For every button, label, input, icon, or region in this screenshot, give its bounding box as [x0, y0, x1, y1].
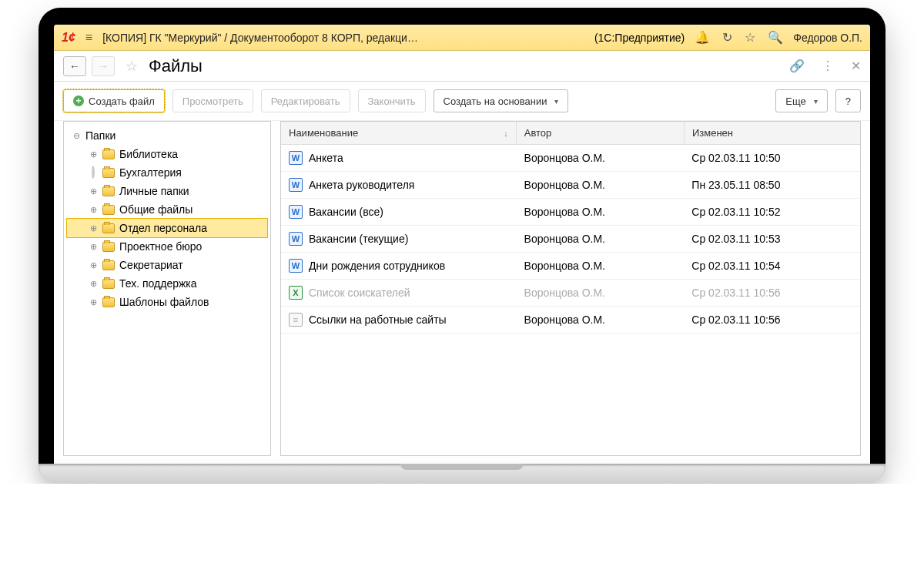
word-file-icon: W — [289, 151, 303, 165]
file-name: Вакансии (все) — [309, 206, 383, 218]
file-modified: Ср 02.03.11 10:52 — [684, 202, 860, 222]
expand-icon[interactable]: ⊕ — [89, 297, 98, 307]
search-icon[interactable]: 🔍 — [765, 28, 785, 47]
file-modified: Ср 02.03.11 10:53 — [684, 229, 860, 249]
word-file-icon: W — [289, 259, 303, 273]
expand-icon[interactable]: ⊕ — [89, 223, 98, 233]
sort-asc-icon: ↓ — [504, 129, 508, 138]
titlebar: 1¢ ≡ [КОПИЯ] ГК "Меркурий" / Документооб… — [54, 25, 870, 51]
file-modified: Пн 23.05.11 08:50 — [684, 175, 860, 195]
tree-item-label: Библиотека — [119, 148, 178, 160]
history-icon[interactable]: ↻ — [720, 28, 735, 47]
plus-icon: + — [73, 96, 84, 106]
expand-icon[interactable]: ⊕ — [89, 242, 98, 252]
logo-1c-icon: 1¢ — [62, 31, 75, 45]
file-modified: Ср 02.03.11 10:54 — [684, 256, 860, 276]
collapse-icon[interactable]: ⊖ — [72, 131, 81, 141]
file-author: Воронцова О.М. — [517, 202, 685, 222]
tree-item[interactable]: ⊕Проектное бюро — [67, 237, 267, 256]
tree-item-label: Проектное бюро — [119, 240, 202, 253]
product-name: (1С:Предприятие) — [594, 32, 685, 44]
table-row[interactable]: WВакансии (текущие)Воронцова О.М.Ср 02.0… — [281, 226, 860, 253]
word-file-icon: W — [289, 205, 303, 219]
toolbar: + Создать файл Просмотреть Редактировать… — [54, 82, 870, 121]
tree-item-label: Общие файлы — [119, 203, 192, 216]
user-label[interactable]: Федоров О.П. — [793, 32, 862, 44]
file-name: Ссылки на работные сайты — [309, 314, 447, 326]
file-name: Вакансии (текущие) — [309, 233, 408, 245]
tree-item[interactable]: Бухгалтерия — [67, 163, 267, 182]
file-name: Список соискателей — [309, 287, 410, 299]
table-row[interactable]: WАнкетаВоронцова О.М.Ср 02.03.11 10:50 — [281, 145, 860, 172]
file-modified: Ср 02.03.11 10:56 — [684, 310, 860, 330]
tree-item-label: Личные папки — [119, 185, 189, 197]
table-row[interactable]: ≡Ссылки на работные сайтыВоронцова О.М.С… — [281, 307, 860, 334]
star-icon[interactable]: ☆ — [742, 28, 758, 47]
tree-item[interactable]: ⊕Библиотека — [67, 145, 267, 163]
table-row[interactable]: WВакансии (все)Воронцова О.М.Ср 02.03.11… — [281, 199, 860, 226]
nav-forward-button: → — [92, 56, 115, 76]
expand-icon[interactable]: ⊕ — [89, 279, 98, 289]
create-file-button[interactable]: + Создать файл — [63, 89, 165, 112]
tree-item[interactable]: ⊕Общие файлы — [67, 200, 267, 219]
nav-back-button[interactable]: ← — [63, 56, 86, 76]
link-icon[interactable]: 🔗 — [789, 59, 805, 73]
more-button[interactable]: Еще ▾ — [775, 89, 827, 112]
create-file-label: Создать файл — [89, 96, 155, 107]
help-button[interactable]: ? — [835, 89, 861, 112]
expand-icon[interactable]: ⊕ — [89, 149, 98, 159]
expand-icon[interactable]: ⊕ — [89, 260, 98, 270]
subheader: ← → ☆ Файлы 🔗 ⋮ ✕ — [54, 51, 870, 82]
folder-icon — [102, 260, 115, 270]
folder-icon — [102, 186, 115, 196]
edit-button[interactable]: Редактировать — [261, 89, 350, 112]
tree-item[interactable]: ⊕Секретариат — [67, 256, 267, 274]
txt-file-icon: ≡ — [289, 313, 303, 327]
folder-icon — [102, 279, 115, 289]
expand-icon[interactable]: ⊕ — [89, 205, 98, 215]
file-modified: Ср 02.03.11 10:56 — [684, 283, 860, 303]
tree-item[interactable]: ⊕Отдел персонала — [67, 219, 267, 237]
view-button[interactable]: Просмотреть — [172, 89, 253, 112]
folder-icon — [102, 223, 115, 233]
file-author: Воронцова О.М. — [517, 175, 685, 195]
create-based-on-button[interactable]: Создать на основании ▾ — [434, 89, 569, 112]
favorite-star-icon[interactable]: ☆ — [126, 58, 138, 75]
kebab-icon[interactable]: ⋮ — [822, 59, 834, 73]
table-header: Наименование ↓ Автор Изменен — [281, 122, 860, 145]
table-row[interactable]: XСписок соискателейВоронцова О.М.Ср 02.0… — [281, 280, 860, 307]
word-file-icon: W — [289, 178, 303, 192]
tree-root-label: Папки — [85, 129, 116, 142]
bell-icon[interactable]: 🔔 — [692, 28, 712, 47]
file-name: Анкета — [309, 152, 343, 164]
file-author: Воронцова О.М. — [517, 229, 685, 249]
table-row[interactable]: WДни рождения сотрудниковВоронцова О.М.С… — [281, 253, 860, 280]
col-modified[interactable]: Изменен — [685, 122, 860, 144]
folder-icon — [102, 168, 115, 178]
file-name: Анкета руководителя — [309, 179, 414, 191]
app-title: [КОПИЯ] ГК "Меркурий" / Документооборот … — [102, 32, 587, 44]
table-row[interactable]: WАнкета руководителяВоронцова О.М.Пн 23.… — [281, 172, 860, 199]
tree-item[interactable]: ⊕Личные папки — [67, 182, 267, 200]
chevron-down-icon: ▾ — [554, 97, 558, 106]
file-name: Дни рождения сотрудников — [309, 260, 445, 272]
expand-icon[interactable]: ⊕ — [89, 186, 98, 196]
file-author: Воронцова О.М. — [517, 283, 685, 303]
expand-icon[interactable] — [89, 168, 98, 177]
tree-root[interactable]: ⊖ Папки — [67, 126, 267, 145]
col-name[interactable]: Наименование ↓ — [281, 122, 517, 144]
tree-item[interactable]: ⊕Тех. поддержка — [67, 274, 267, 293]
finish-button[interactable]: Закончить — [358, 89, 426, 112]
tree-item-label: Тех. поддержка — [119, 277, 197, 290]
tree-item-label: Отдел персонала — [119, 222, 207, 234]
tree-item[interactable]: ⊕Шаблоны файлов — [67, 293, 267, 311]
page-title: Файлы — [149, 56, 203, 76]
col-author[interactable]: Автор — [517, 122, 685, 144]
close-icon[interactable]: ✕ — [851, 59, 861, 73]
file-author: Воронцова О.М. — [517, 148, 685, 168]
tree-item-label: Секретариат — [119, 259, 183, 271]
folder-tree: ⊖ Папки ⊕БиблиотекаБухгалтерия⊕Личные па… — [63, 121, 271, 456]
file-author: Воронцова О.М. — [517, 256, 685, 276]
hamburger-icon[interactable]: ≡ — [83, 28, 95, 47]
folder-icon — [102, 297, 115, 307]
